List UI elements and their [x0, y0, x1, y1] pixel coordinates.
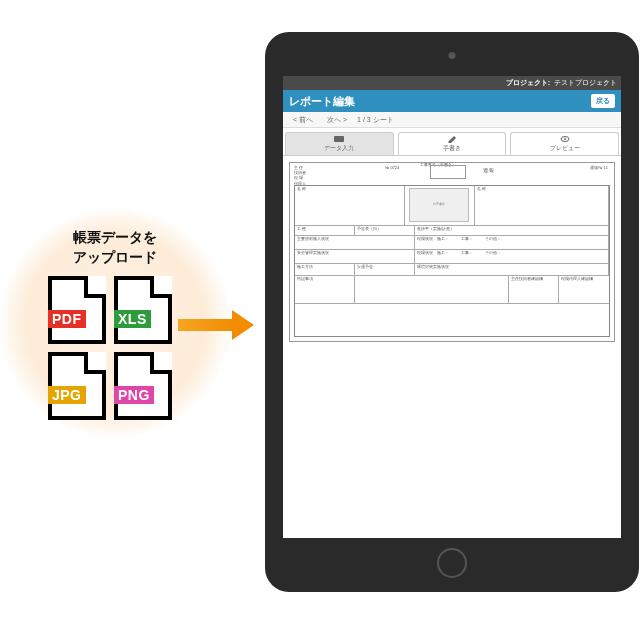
tab-label: プレビュー [550, 144, 580, 153]
sheet-header-left: 主 任 技術者 現 場 代理人 [294, 165, 306, 186]
cell-progress[interactable]: 進捗率（実施/計画） [415, 226, 609, 235]
jpg-file-icon: JPG [48, 352, 106, 420]
pdf-file-icon: PDF [48, 276, 106, 344]
tab-preview[interactable]: プレビュー [510, 132, 619, 155]
file-type-grid: PDF XLS JPG PNG [48, 276, 174, 422]
pdf-label: PDF [48, 310, 86, 328]
cell-safety[interactable]: 安全管理実施状況 [295, 250, 415, 263]
project-label: プロジェクト: [506, 78, 550, 88]
tab-data-input[interactable]: データ入力 [285, 132, 394, 155]
tablet-frame: プロジェクト: テストプロジェクト レポート編集 戻る < 前へ 次へ > 1 … [265, 32, 639, 592]
cell-special-body[interactable] [355, 276, 509, 303]
photo-placeholder[interactable]: 代理看板 [409, 188, 469, 222]
cell-sample1[interactable]: 現場状況 施工： 工事： その他： [415, 236, 609, 249]
back-button[interactable]: 戻る [591, 94, 615, 108]
sheet-grid: 名 称 代理看板 名 称 工 種 予定表（日） 進捗率（実施/計画） 主要資材搬… [294, 185, 610, 337]
cell-material[interactable]: 主要資材搬入状況 [295, 236, 415, 249]
jpg-label: JPG [48, 386, 86, 404]
title-bar: レポート編集 戻る [283, 90, 621, 112]
tablet-home-button[interactable] [437, 548, 467, 578]
pencil-icon [447, 135, 457, 143]
sheet-nav: < 前へ 次へ > 1 / 3 シート [283, 112, 621, 128]
sheet-indicator: 1 / 3 シート [357, 115, 394, 125]
cell-work[interactable]: 工 種 [295, 226, 355, 235]
cell-footer2[interactable]: 現場代理人確認欄 [559, 276, 609, 303]
xls-label: XLS [114, 310, 151, 328]
report-sheet[interactable]: 主 任 技術者 現 場 代理人 № 0724 工事番号（手書き） 週 報 週報№… [289, 162, 615, 342]
png-file-icon: PNG [114, 352, 172, 420]
document-area[interactable]: 主 任 技術者 現 場 代理人 № 0724 工事番号（手書き） 週 報 週報№… [283, 156, 621, 538]
cell-method[interactable]: 施工方法 [295, 264, 355, 275]
mode-tabs: データ入力 手書き プレビュー [283, 128, 621, 156]
eye-icon [560, 135, 570, 143]
cell-special[interactable]: 特記事項 [295, 276, 355, 303]
tab-handwrite[interactable]: 手書き [398, 132, 507, 155]
cell-name1[interactable]: 名 称 [295, 186, 405, 225]
cell-next[interactable]: 次週予定 [355, 264, 415, 275]
project-name: テストプロジェクト [554, 78, 617, 88]
sheet-number: № 0724 [385, 165, 399, 170]
cell-name2[interactable]: 名 称 [475, 186, 609, 225]
svg-point-2 [564, 138, 566, 140]
arrow-icon [178, 310, 258, 340]
xls-file-icon: XLS [114, 276, 172, 344]
sheet-page: 週報№ 11 [590, 165, 608, 170]
next-button[interactable]: 次へ > [323, 114, 351, 126]
prev-button[interactable]: < 前へ [289, 114, 317, 126]
cell-sample2[interactable]: 現場状況 施工： 工事： その他： [415, 250, 609, 263]
code-box[interactable] [430, 165, 466, 179]
png-label: PNG [114, 386, 154, 404]
tab-label: 手書き [443, 144, 461, 153]
cell-footer1[interactable]: 主任技術者確認欄 [509, 276, 559, 303]
tablet-camera [449, 52, 456, 59]
caption-line2: アップロード [73, 249, 157, 265]
tab-label: データ入力 [324, 144, 354, 153]
cell-photo[interactable]: 代理看板 [405, 186, 475, 225]
page-title: レポート編集 [289, 94, 355, 109]
upload-caption: 帳票データを アップロード [0, 228, 230, 267]
project-bar: プロジェクト: テストプロジェクト [283, 76, 621, 90]
keyboard-icon [334, 135, 344, 143]
sheet-title: 週 報 [483, 167, 494, 173]
cell-schedule[interactable]: 予定表（日） [355, 226, 415, 235]
caption-line1: 帳票データを [73, 229, 157, 245]
app-screen: プロジェクト: テストプロジェクト レポート編集 戻る < 前へ 次へ > 1 … [283, 76, 621, 538]
cell-env[interactable]: 環境対策実施状況 [415, 264, 609, 275]
svg-rect-0 [334, 136, 344, 142]
